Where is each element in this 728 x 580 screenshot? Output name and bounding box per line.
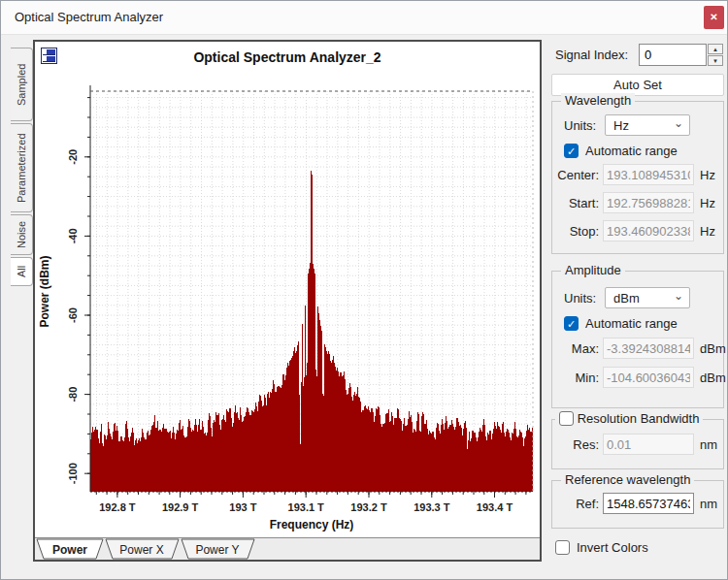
amplitude-units-value: dBm — [613, 291, 640, 306]
ref-input[interactable] — [603, 493, 694, 514]
svg-text:-20: -20 — [67, 149, 79, 165]
ref-row: Ref: nm — [552, 493, 723, 514]
stop-label: Stop: — [556, 224, 599, 239]
svg-text:-40: -40 — [67, 228, 79, 243]
res-label: Res: — [556, 437, 599, 452]
window-title: Optical Spectrum Analyzer — [15, 10, 163, 24]
signal-type-tabs: Sampled Parameterized Noise All — [11, 48, 33, 288]
tab-parameterized-label: Parameterized — [16, 133, 27, 203]
center-row: Center: Hz — [552, 164, 723, 185]
center-input — [603, 164, 694, 185]
res-input — [603, 434, 694, 455]
center-label: Center: — [556, 168, 599, 182]
ref-unit: nm — [700, 497, 717, 511]
signal-index-input[interactable] — [639, 44, 707, 66]
tab-parameterized[interactable]: Parameterized — [11, 123, 33, 212]
tab-all-label: All — [16, 266, 27, 277]
wavelength-auto-range-label: Automatic range — [585, 144, 678, 158]
svg-text:193 T: 193 T — [229, 501, 256, 513]
reference-wavelength-group: Reference wavelength Ref: nm — [551, 480, 724, 529]
max-unit: dBm — [700, 341, 726, 356]
res-unit: nm — [700, 437, 717, 452]
svg-text:192.9 T: 192.9 T — [162, 501, 199, 513]
signal-index-stepper: ▲ ▼ — [708, 44, 723, 66]
amplitude-units-label: Units: — [564, 291, 596, 306]
wavelength-group: Wavelength Units: Hz ⌄ ✓ Automatic range… — [551, 101, 724, 254]
max-input — [603, 338, 694, 359]
chart-title: Optical Spectrum Analyzer_2 — [35, 49, 540, 65]
chevron-down-icon: ⌄ — [674, 116, 683, 130]
amplitude-units-select[interactable]: dBm ⌄ — [605, 287, 690, 308]
ref-label: Ref: — [556, 497, 599, 511]
svg-text:192.8 T: 192.8 T — [99, 501, 136, 513]
svg-text:193.1 T: 193.1 T — [288, 501, 325, 513]
settings-panel: Signal Index: ▲ ▼ Auto Set Wavelength Un… — [549, 34, 726, 580]
close-button[interactable]: ✕ — [704, 6, 724, 29]
spin-up-icon: ▲ — [712, 47, 718, 52]
amplitude-legend: Amplitude — [561, 263, 625, 277]
start-input — [603, 192, 694, 213]
start-row: Start: Hz — [552, 192, 723, 213]
close-icon: ✕ — [710, 12, 717, 22]
svg-text:Power (dBm): Power (dBm) — [38, 255, 51, 327]
min-row: Min: dBm — [552, 367, 723, 388]
max-row: Max: dBm — [552, 338, 723, 359]
svg-text:-80: -80 — [67, 387, 79, 403]
chart-panel: Optical Spectrum Analyzer_2 192.8 T192.9… — [33, 40, 542, 562]
tab-power-y-label: Power Y — [195, 543, 239, 557]
plot-sheet-tabs: Power Power X Power Y — [35, 537, 540, 560]
wavelength-units-value: Hz — [613, 118, 629, 133]
svg-text:193.3 T: 193.3 T — [414, 501, 450, 513]
res-row: Res: nm — [552, 434, 723, 455]
osa-dialog: Optical Spectrum Analyzer ✕ Sampled Para… — [0, 0, 728, 580]
spin-down-icon: ▼ — [712, 58, 718, 64]
tab-noise[interactable]: Noise — [11, 214, 33, 255]
amplitude-auto-range-checkbox[interactable]: ✓ Automatic range — [564, 316, 710, 332]
tab-sampled-label: Sampled — [16, 63, 27, 105]
amplitude-group: Amplitude Units: dBm ⌄ ✓ Automatic range… — [551, 271, 724, 408]
invert-colors-label: Invert Colors — [577, 540, 648, 555]
center-unit: Hz — [700, 168, 715, 182]
tab-all[interactable]: All — [11, 257, 33, 286]
svg-text:Frequency (Hz): Frequency (Hz) — [270, 518, 354, 532]
svg-text:193.4 T: 193.4 T — [477, 501, 513, 513]
title-bar: Optical Spectrum Analyzer ✕ — [1, 1, 727, 35]
wavelength-units-select[interactable]: Hz ⌄ — [605, 114, 690, 136]
spin-down-button[interactable]: ▼ — [708, 55, 723, 66]
stop-input — [603, 220, 694, 242]
tab-power-label: Power — [52, 543, 87, 557]
wavelength-units-label: Units: — [564, 118, 596, 133]
tab-sampled[interactable]: Sampled — [11, 48, 33, 121]
amplitude-auto-range-label: Automatic range — [585, 316, 678, 331]
svg-text:-60: -60 — [67, 307, 79, 323]
resolution-bandwidth-label: Resolution Bandwidth — [578, 411, 700, 426]
checkbox-checked-icon: ✓ — [564, 316, 579, 331]
signal-index-label: Signal Index: — [555, 48, 628, 62]
resolution-bandwidth-group: Resolution Bandwidth Res: nm — [551, 419, 724, 469]
min-label: Min: — [556, 371, 599, 385]
tab-power-x-label: Power X — [119, 543, 163, 557]
wavelength-auto-range-checkbox[interactable]: ✓ Automatic range — [564, 144, 710, 159]
invert-colors-checkbox[interactable]: Invert Colors — [555, 540, 701, 556]
tab-noise-label: Noise — [16, 221, 27, 248]
reference-wavelength-legend: Reference wavelength — [561, 472, 694, 487]
min-unit: dBm — [700, 371, 726, 385]
spectrum-plot[interactable]: 192.8 T192.9 T193 T193.1 T193.2 T193.3 T… — [35, 77, 540, 534]
chevron-down-icon: ⌄ — [674, 289, 683, 303]
wavelength-legend: Wavelength — [561, 93, 635, 108]
checkbox-checked-icon: ✓ — [564, 144, 579, 158]
spin-up-button[interactable]: ▲ — [708, 44, 723, 54]
resolution-bandwidth-checkbox[interactable] — [559, 411, 574, 426]
min-input — [603, 367, 694, 388]
start-unit: Hz — [700, 196, 715, 210]
stop-unit: Hz — [700, 224, 715, 239]
checkbox-unchecked-icon — [555, 540, 570, 555]
start-label: Start: — [556, 196, 599, 210]
resolution-bandwidth-legend: Resolution Bandwidth — [555, 411, 703, 426]
stop-row: Stop: Hz — [552, 220, 723, 242]
svg-text:-100: -100 — [67, 463, 79, 484]
svg-text:193.2 T: 193.2 T — [350, 501, 387, 513]
max-label: Max: — [556, 341, 599, 356]
